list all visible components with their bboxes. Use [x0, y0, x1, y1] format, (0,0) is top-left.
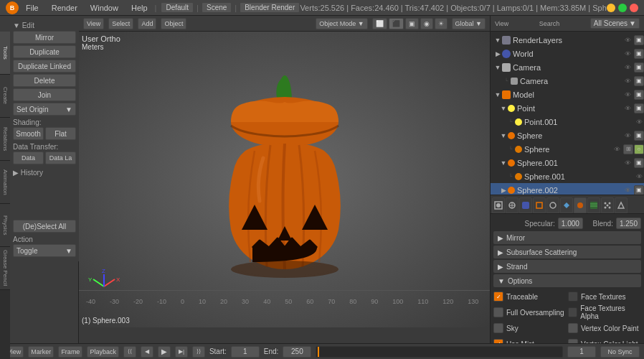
sky-checkbox[interactable]: [493, 323, 503, 333]
vtab-physics[interactable]: Physics: [0, 204, 10, 247]
vtab-create[interactable]: Create: [0, 75, 10, 118]
sphere001-eye-icon[interactable]: 👁: [622, 158, 633, 168]
prop-tab-world[interactable]: [519, 197, 532, 213]
point-eye-icon[interactable]: 👁: [622, 103, 633, 113]
timeline-bar[interactable]: [316, 346, 563, 358]
blend-field[interactable]: 1.250: [616, 218, 641, 229]
prop-tab-modifiers[interactable]: [560, 197, 573, 213]
object-menu[interactable]: Object: [161, 18, 186, 29]
outliner-item-sphere-child[interactable]: └ Sphere 👁 ⊞ ○: [491, 142, 644, 156]
prop-tab-render[interactable]: [492, 197, 505, 213]
prop-tab-scene[interactable]: [506, 197, 518, 213]
renderlayers-eye-icon[interactable]: 👁: [622, 35, 633, 45]
texture-button[interactable]: ▣: [405, 18, 419, 29]
end-frame-input[interactable]: 250: [283, 346, 311, 358]
play-forward-icon[interactable]: ▶|: [175, 346, 188, 358]
sync-selector[interactable]: No Sync: [600, 346, 640, 358]
mirror-button[interactable]: Mirror: [13, 31, 76, 44]
full-oversampling-checkbox[interactable]: [493, 307, 503, 317]
world-eye-icon[interactable]: 👁: [622, 49, 633, 59]
menu-window[interactable]: Window: [87, 2, 121, 14]
vertex-color-light-checkbox[interactable]: [568, 339, 578, 343]
outliner-item-renderlayers[interactable]: ▼ RenderLayers 👁 ▣: [491, 33, 644, 47]
camera-render-icon[interactable]: ▣: [634, 62, 644, 73]
delete-button[interactable]: Delete: [13, 74, 76, 87]
engine-selector[interactable]: Blender Render: [240, 2, 300, 13]
rendered-button[interactable]: ☀: [435, 18, 448, 29]
point-render-icon[interactable]: ▣: [634, 103, 644, 113]
sphere-child-mat-icon[interactable]: ○: [634, 144, 644, 154]
outliner-item-sphere002[interactable]: ▶ Sphere.002 👁 ▣: [491, 183, 644, 195]
solid-button[interactable]: ⬛: [389, 18, 404, 29]
vtab-grease-pencil[interactable]: Grease Pencil: [0, 247, 10, 290]
timeline-marker-button[interactable]: Marker: [28, 346, 54, 358]
viewport-canvas[interactable]: User Ortho Meters X Y Z -40-30-20-10 010…: [79, 32, 490, 327]
point001-eye-icon[interactable]: 👁: [634, 117, 644, 127]
model-eye-icon[interactable]: 👁: [622, 90, 633, 100]
camera-child-render-icon[interactable]: ▣: [634, 76, 644, 86]
prop-tab-materials[interactable]: [574, 197, 587, 213]
scene-selector[interactable]: Scene: [202, 2, 232, 13]
select-menu[interactable]: Select: [108, 18, 133, 29]
outliner-item-point001[interactable]: └ Point.001 👁: [491, 115, 644, 129]
maximize-button[interactable]: [618, 4, 627, 12]
sphere-render-icon[interactable]: ▣: [634, 131, 644, 141]
data-button[interactable]: Data: [13, 151, 44, 164]
outliner-item-camera-child[interactable]: └ Camera 👁 ▣: [491, 74, 644, 88]
outliner-item-point[interactable]: ▼ Point 👁 ▣: [491, 101, 644, 115]
options-section-header[interactable]: ▼ Options: [493, 274, 641, 287]
sphere002-eye-icon[interactable]: 👁: [622, 185, 633, 195]
view-menu[interactable]: View: [83, 18, 104, 29]
model-render-icon[interactable]: ▣: [634, 90, 644, 100]
subsurface-section-header[interactable]: ▶ Subsurface Scattering: [493, 246, 641, 258]
use-mist-checkbox[interactable]: [493, 339, 503, 343]
face-textures-checkbox[interactable]: [568, 292, 578, 302]
camera-eye-icon[interactable]: 👁: [622, 62, 633, 73]
wireframe-button[interactable]: ⬜: [372, 18, 387, 29]
menu-render[interactable]: Render: [49, 2, 80, 14]
strand-section-header[interactable]: ▶ Strand: [493, 260, 641, 273]
timeline-playback-button[interactable]: Playback: [87, 346, 119, 358]
close-button[interactable]: [630, 4, 638, 12]
duplicate-button[interactable]: Duplicate: [13, 45, 76, 58]
vtab-animation[interactable]: Animation: [0, 161, 10, 204]
face-textures-alpha-checkbox[interactable]: [568, 307, 577, 317]
history-section-header[interactable]: ▶ History: [13, 169, 76, 177]
specular-field[interactable]: 1.000: [558, 218, 583, 229]
vtab-tools[interactable]: Tools: [0, 32, 10, 75]
outliner-item-sphere[interactable]: ▼ Sphere 👁 ▣: [491, 129, 644, 142]
deselect-all[interactable]: (De)Select All: [13, 220, 76, 233]
prop-tab-constraints[interactable]: [546, 197, 559, 213]
vertex-color-paint-checkbox[interactable]: [568, 323, 578, 333]
world-render-icon[interactable]: ▣: [634, 49, 644, 59]
sphere001-child-eye-icon[interactable]: 👁: [634, 172, 644, 182]
duplicate-linked-button[interactable]: Duplicate Linked: [13, 60, 76, 73]
timeline-frame-button[interactable]: Frame: [58, 346, 82, 358]
add-menu[interactable]: Add: [138, 18, 156, 29]
prop-tab-object[interactable]: [533, 197, 546, 213]
prop-tab-physics[interactable]: [615, 197, 628, 213]
join-button[interactable]: Join: [13, 88, 76, 101]
play-reverse-icon[interactable]: ◀: [141, 346, 153, 358]
current-frame-input[interactable]: 1: [567, 346, 596, 358]
mirror-section-header[interactable]: ▶ Mirror: [493, 231, 641, 244]
play-icon[interactable]: ▶: [158, 346, 171, 358]
traceable-checkbox[interactable]: [493, 292, 503, 302]
prop-tab-particles[interactable]: [601, 197, 614, 213]
start-frame-input[interactable]: 1: [231, 346, 260, 358]
prop-tab-textures[interactable]: [587, 197, 600, 213]
renderlayers-render-icon[interactable]: ▣: [634, 35, 644, 45]
set-origin-button[interactable]: Set Origin ▼: [13, 103, 76, 116]
mode-selector[interactable]: Object Mode ▼: [316, 18, 367, 29]
flat-button[interactable]: Flat: [45, 127, 76, 140]
outliner-item-sphere001-child[interactable]: └ Sphere.001 👁: [491, 169, 644, 183]
menu-file[interactable]: File: [23, 2, 42, 14]
global-selector[interactable]: Global ▼: [452, 18, 486, 29]
outliner-item-world[interactable]: ▶ World 👁 ▣: [491, 47, 644, 60]
minimize-button[interactable]: [607, 4, 615, 12]
camera-child-eye-icon[interactable]: 👁: [622, 76, 633, 86]
sphere002-render-icon[interactable]: ▣: [634, 185, 644, 195]
vtab-relations[interactable]: Relations: [0, 118, 10, 161]
material-button[interactable]: ◉: [420, 18, 433, 29]
layout-selector[interactable]: Default: [161, 2, 194, 13]
